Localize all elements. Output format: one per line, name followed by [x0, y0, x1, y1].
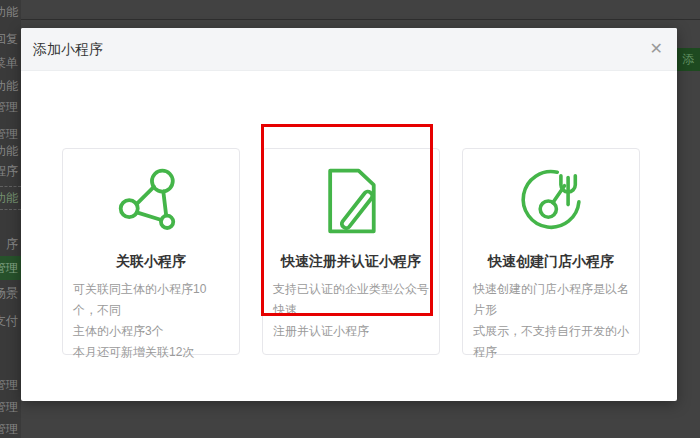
- card-desc-line: 快速创建的门店小程序是以名片形: [473, 279, 629, 321]
- card-description: 快速创建的门店小程序是以名片形 式展示，不支持自行开发的小程序: [473, 279, 629, 363]
- add-miniprogram-dialog: 添加小程序 ✕ 关联小程序 可关联同主体的小程序10个，不同 主体的小程序3个 …: [21, 28, 677, 401]
- sidebar-item[interactable]: 支付: [0, 314, 21, 328]
- store-fork-spoon-icon: [515, 165, 587, 237]
- card-description: 可关联同主体的小程序10个，不同 主体的小程序3个 本月还可新增关联12次: [73, 279, 229, 363]
- card-register-certify-miniprogram[interactable]: 快速注册并认证小程序 支持已认证的企业类型公众号快速 注册并认证小程序: [262, 148, 440, 355]
- sidebar-item[interactable]: 管理: [0, 100, 21, 114]
- card-link-miniprogram[interactable]: 关联小程序 可关联同主体的小程序10个，不同 主体的小程序3个 本月还可新增关联…: [62, 148, 240, 355]
- card-title: 快速创建门店小程序: [463, 253, 639, 269]
- sidebar-item[interactable]: 管理: [0, 400, 21, 414]
- top-bar-divider: [21, 19, 700, 20]
- sidebar-item-miniprogram-admin-active[interactable]: 序管理: [0, 256, 21, 280]
- card-desc-line: 本月还可新增关联12次: [73, 342, 229, 363]
- sidebar-item[interactable]: 管理: [0, 127, 21, 141]
- card-desc-line: 注册并认证小程序: [273, 321, 429, 342]
- close-icon[interactable]: ✕: [650, 28, 663, 70]
- sidebar-item[interactable]: 管理: [0, 422, 21, 436]
- card-create-store-miniprogram[interactable]: 快速创建门店小程序 快速创建的门店小程序是以名片形 式展示，不支持自行开发的小程…: [462, 148, 640, 355]
- sidebar-item-new-feature[interactable]: 功能: [0, 186, 21, 210]
- card-desc-line: 式展示，不支持自行开发的小程序: [473, 321, 629, 363]
- link-network-icon: [115, 165, 187, 237]
- dialog-header: 添加小程序 ✕: [21, 28, 677, 71]
- card-title: 关联小程序: [63, 253, 239, 269]
- sidebar-item[interactable]: 义菜单: [0, 56, 21, 70]
- card-title: 快速注册并认证小程序: [263, 253, 439, 269]
- dialog-body: 关联小程序 可关联同主体的小程序10个，不同 主体的小程序3个 本月还可新增关联…: [21, 70, 677, 401]
- sidebar-item[interactable]: 功能: [0, 144, 21, 158]
- sidebar-item[interactable]: 小程序: [0, 164, 21, 178]
- sidebar: 功能 回复 义菜单 功能 管理 管理 功能 小程序 功能 序 序管理 场景 支付…: [0, 0, 21, 438]
- dialog-title: 添加小程序: [33, 28, 103, 70]
- sidebar-item[interactable]: 场景: [0, 286, 21, 300]
- card-desc-line: 主体的小程序3个: [73, 321, 229, 342]
- sidebar-item[interactable]: 回复: [0, 32, 21, 46]
- sidebar-item[interactable]: 功能: [0, 5, 21, 19]
- sidebar-item[interactable]: 功能: [0, 79, 21, 93]
- card-desc-line: 支持已认证的企业类型公众号快速: [273, 279, 429, 321]
- add-button-partial[interactable]: 添: [677, 48, 700, 71]
- sidebar-item[interactable]: 管理: [0, 378, 21, 392]
- sidebar-item[interactable]: 序: [0, 237, 21, 251]
- card-desc-line: 可关联同主体的小程序10个，不同: [73, 279, 229, 321]
- register-document-icon: [315, 165, 387, 237]
- card-description: 支持已认证的企业类型公众号快速 注册并认证小程序: [273, 279, 429, 342]
